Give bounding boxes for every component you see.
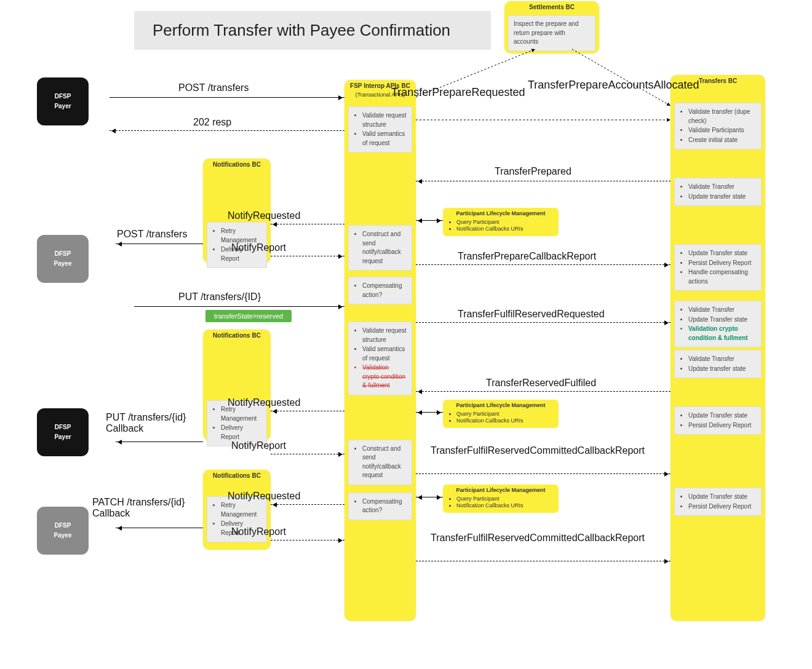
transfers-note-2a: Validate Transfer <box>688 183 756 192</box>
actor-dfsp-payee-2-l2: Payee <box>54 531 72 540</box>
arrow-transfer-fulfil-committed-2 <box>416 561 671 561</box>
transfers-note-2: Validate Transfer Update transfer state <box>674 178 762 206</box>
notifications-bc-2-title: Notifications BC <box>203 330 271 341</box>
plm-1-b: Notification Callbacks URIs <box>456 226 555 232</box>
arrow-plm-1 <box>416 220 443 221</box>
msg-notify-rep-3: NotifyReport <box>231 526 286 537</box>
transfers-note-4b: Update Transfer state <box>688 315 756 325</box>
arrow-notify-rep-1 <box>271 256 344 256</box>
arrow-transfer-fulfil-committed <box>416 473 671 474</box>
interop-bc: FSP Interop APIs BC (Transactional APIs)… <box>344 80 416 621</box>
transfers-note-7: Update Transfer state Persist Delivery R… <box>674 488 762 516</box>
actor-dfsp-payer-2: DFSP Payer <box>37 408 89 456</box>
transfers-note-4a: Validate Transfer <box>688 306 756 315</box>
msg-transfer-fulfil-committed-2-text: TransferFulfilReservedCommittedCallbackR… <box>431 532 645 543</box>
arrow-put-transfers-cb <box>116 441 203 442</box>
plm-3-title: Participant Lifecycle Management <box>447 487 555 495</box>
notifications-bc-2: Notifications BC Retry Management Delive… <box>203 330 271 440</box>
diagram-title-text: Perform Transfer with Payee Confirmation <box>153 21 450 39</box>
diagram-title: Perform Transfer with Payee Confirmation <box>134 11 491 50</box>
transfers-note-1: Validate transfer (dupe check) Validate … <box>674 103 762 149</box>
arrow-notify-rep-2 <box>271 454 344 454</box>
msg-put-transfers-cb-text: PUT /transfers/{id} Callback <box>106 412 186 433</box>
notif3-a: Retry Management <box>221 501 261 519</box>
transfers-note-1c: Create initial state <box>688 136 756 145</box>
interop-note-3-text: Compensating action? <box>362 282 407 299</box>
actor-dfsp-payer-2-l1: DFSP <box>55 422 71 432</box>
msg-transfer-fulfil-committed: TransferFulfilReservedCommittedCallbackR… <box>431 445 664 456</box>
transfers-note-3: Update Transfer state Persist Delivery R… <box>674 244 762 291</box>
arrow-transfer-prep-cb <box>416 264 671 265</box>
arrow-plm-2 <box>416 412 443 413</box>
transfers-note-3c: Handle compensating actions <box>688 268 756 286</box>
transfers-note-5: Validate Transfer Update transfer state <box>674 350 762 378</box>
transfers-note-2b: Update transfer state <box>688 192 756 202</box>
msg-transfer-fulfil-committed-2: TransferFulfilReservedCommittedCallbackR… <box>431 532 664 544</box>
notifications-bc-3-title: Notifications BC <box>203 470 271 481</box>
interop-note-4c: Validation crypto condition & fullment <box>362 363 407 390</box>
interop-note-4: Validate request structure Valid semanti… <box>348 322 412 395</box>
transfers-note-4: Validate Transfer Update Transfer state … <box>674 301 762 347</box>
msg-post-transfers: POST /transfers <box>178 82 249 93</box>
msg-post-transfers-2: POST /transfers <box>117 229 187 240</box>
arrow-transfer-fulfil-req <box>416 322 671 323</box>
transfers-note-6: Update Transfer state Persist Delivery R… <box>674 406 762 435</box>
interop-note-5-text: Construct and send notify/callback reque… <box>362 445 407 480</box>
arrow-put-transfers <box>134 306 344 307</box>
settlements-bc-title: Settlements BC <box>504 1 599 13</box>
actor-dfsp-payer-1-l1: DFSP <box>55 92 71 101</box>
settlements-bc: Settlements BC Inspect the prepare and r… <box>504 1 599 53</box>
transfers-note-6a: Update Transfer state <box>688 411 756 421</box>
plm-3-a: Query Participant <box>456 496 555 502</box>
interop-note-4b: Valid semantics of request <box>362 345 407 363</box>
interop-note-4a: Validate request structure <box>362 327 407 344</box>
msg-notify-req-3: NotifyRequested <box>228 491 300 502</box>
settlements-note-text: Inspect the prepare and return prepare w… <box>514 20 579 45</box>
arrow-notify-req-3 <box>271 504 344 505</box>
plm-3-b: Notification Callbacks URIs <box>456 502 555 509</box>
actor-dfsp-payee-2-l1: DFSP <box>55 521 71 531</box>
arrow-notify-req-2 <box>271 411 344 411</box>
interop-note-5: Construct and send notify/callback reque… <box>348 440 412 485</box>
plm-1-a: Query Participant <box>456 219 555 225</box>
msg-transfer-prepared: TransferPrepared <box>495 166 571 177</box>
interop-note-1a: Validate request structure <box>362 111 407 129</box>
transfers-note-3b: Persist Delivery Report <box>688 259 756 268</box>
transfers-note-5a: Validate Transfer <box>688 355 756 364</box>
msg-put-transfers-cb: PUT /transfers/{id} Callback <box>106 412 207 434</box>
msg-patch-transfers-cb-text: PATCH /transfers/{id} Callback <box>92 497 185 518</box>
actor-dfsp-payer-2-l2: Payer <box>54 432 71 442</box>
interop-note-6: Compensating action? <box>348 493 412 520</box>
interop-note-3: Compensating action? <box>348 277 412 304</box>
msg-transfer-fulfil-committed-text: TransferFulfilReservedCommittedCallbackR… <box>431 445 645 456</box>
msg-transfer-prep-req: TransferPrepareRequested <box>391 86 525 99</box>
arrow-plm-3 <box>416 497 443 497</box>
plm-2-b: Notification Callbacks URIs <box>456 418 555 424</box>
plm-1-title: Participant Lifecycle Management <box>447 210 555 218</box>
msg-transfer-prep-cb: TransferPrepareCallbackReport <box>458 251 596 262</box>
msg-notify-req-1: NotifyRequested <box>228 210 300 221</box>
msg-put-transfers: PUT /transfers/{ID} <box>178 291 261 303</box>
plm-1: Participant Lifecycle Management Query P… <box>443 208 559 236</box>
svg-line-1 <box>572 49 671 106</box>
plm-2-a: Query Participant <box>456 411 555 417</box>
transfers-note-1b: Validate Participants <box>688 126 756 135</box>
plm-2-title: Participant Lifecycle Management <box>447 402 555 410</box>
arrow-post-transfers-2 <box>116 243 203 244</box>
notifications-bc-3: Notifications BC Retry Management Delive… <box>203 470 271 550</box>
interop-note-2: Construct and send notify/callback reque… <box>348 225 412 271</box>
arrow-post-transfers <box>109 97 344 98</box>
msg-202-resp: 202 resp <box>193 117 231 128</box>
msg-transfer-fulfil-req: TransferFulfilReservedRequested <box>458 309 605 320</box>
arrow-patch-transfers-cb <box>116 528 203 528</box>
transfers-note-1a: Validate transfer (dupe check) <box>688 108 756 125</box>
msg-transfer-prep-alloc: TransferPrepareAccountsAllocated <box>528 79 699 92</box>
transfers-note-4c: Validation crypto condition & fullment <box>688 325 756 342</box>
msg-transfer-reserved-fulfiled: TransferReservedFulfiled <box>486 378 596 389</box>
arrow-notify-rep-3 <box>271 540 344 540</box>
transfers-note-3a: Update Transfer state <box>688 249 756 258</box>
actor-dfsp-payee-1-l1: DFSP <box>55 249 71 259</box>
interop-note-1: Validate request structure Valid semanti… <box>348 106 412 152</box>
plm-3: Participant Lifecycle Management Query P… <box>443 485 559 513</box>
arrow-transfer-prepared <box>416 181 671 181</box>
